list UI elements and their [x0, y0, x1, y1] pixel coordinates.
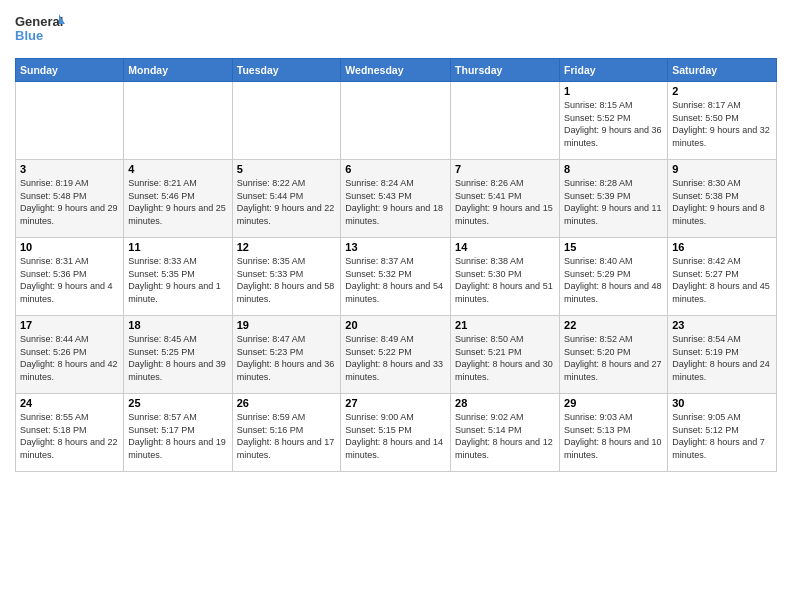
- calendar-week-row: 1Sunrise: 8:15 AM Sunset: 5:52 PM Daylig…: [16, 82, 777, 160]
- calendar-cell: 6Sunrise: 8:24 AM Sunset: 5:43 PM Daylig…: [341, 160, 451, 238]
- calendar-cell: 18Sunrise: 8:45 AM Sunset: 5:25 PM Dayli…: [124, 316, 232, 394]
- calendar-cell: [16, 82, 124, 160]
- calendar-cell: [124, 82, 232, 160]
- calendar-cell: 24Sunrise: 8:55 AM Sunset: 5:18 PM Dayli…: [16, 394, 124, 472]
- day-info: Sunrise: 8:52 AM Sunset: 5:20 PM Dayligh…: [564, 333, 663, 383]
- day-info: Sunrise: 8:38 AM Sunset: 5:30 PM Dayligh…: [455, 255, 555, 305]
- calendar-cell: 4Sunrise: 8:21 AM Sunset: 5:46 PM Daylig…: [124, 160, 232, 238]
- day-number: 6: [345, 163, 446, 175]
- calendar-cell: 17Sunrise: 8:44 AM Sunset: 5:26 PM Dayli…: [16, 316, 124, 394]
- calendar-cell: 3Sunrise: 8:19 AM Sunset: 5:48 PM Daylig…: [16, 160, 124, 238]
- day-number: 1: [564, 85, 663, 97]
- calendar-cell: 26Sunrise: 8:59 AM Sunset: 5:16 PM Dayli…: [232, 394, 341, 472]
- day-info: Sunrise: 8:22 AM Sunset: 5:44 PM Dayligh…: [237, 177, 337, 227]
- day-info: Sunrise: 8:28 AM Sunset: 5:39 PM Dayligh…: [564, 177, 663, 227]
- day-info: Sunrise: 8:54 AM Sunset: 5:19 PM Dayligh…: [672, 333, 772, 383]
- day-number: 12: [237, 241, 337, 253]
- day-number: 9: [672, 163, 772, 175]
- day-number: 24: [20, 397, 119, 409]
- calendar-cell: 21Sunrise: 8:50 AM Sunset: 5:21 PM Dayli…: [451, 316, 560, 394]
- calendar-cell: 7Sunrise: 8:26 AM Sunset: 5:41 PM Daylig…: [451, 160, 560, 238]
- day-number: 15: [564, 241, 663, 253]
- day-number: 3: [20, 163, 119, 175]
- day-number: 17: [20, 319, 119, 331]
- day-info: Sunrise: 8:17 AM Sunset: 5:50 PM Dayligh…: [672, 99, 772, 149]
- calendar-cell: 23Sunrise: 8:54 AM Sunset: 5:19 PM Dayli…: [668, 316, 777, 394]
- calendar-cell: [232, 82, 341, 160]
- day-info: Sunrise: 8:31 AM Sunset: 5:36 PM Dayligh…: [20, 255, 119, 305]
- day-number: 2: [672, 85, 772, 97]
- day-number: 20: [345, 319, 446, 331]
- day-info: Sunrise: 9:00 AM Sunset: 5:15 PM Dayligh…: [345, 411, 446, 461]
- day-number: 14: [455, 241, 555, 253]
- day-number: 18: [128, 319, 227, 331]
- calendar-cell: 2Sunrise: 8:17 AM Sunset: 5:50 PM Daylig…: [668, 82, 777, 160]
- day-info: Sunrise: 8:37 AM Sunset: 5:32 PM Dayligh…: [345, 255, 446, 305]
- calendar-week-row: 10Sunrise: 8:31 AM Sunset: 5:36 PM Dayli…: [16, 238, 777, 316]
- weekday-header: Friday: [560, 59, 668, 82]
- calendar-table: SundayMondayTuesdayWednesdayThursdayFrid…: [15, 58, 777, 472]
- day-number: 28: [455, 397, 555, 409]
- day-info: Sunrise: 8:50 AM Sunset: 5:21 PM Dayligh…: [455, 333, 555, 383]
- day-info: Sunrise: 8:15 AM Sunset: 5:52 PM Dayligh…: [564, 99, 663, 149]
- calendar-cell: 15Sunrise: 8:40 AM Sunset: 5:29 PM Dayli…: [560, 238, 668, 316]
- weekday-header: Thursday: [451, 59, 560, 82]
- weekday-header: Saturday: [668, 59, 777, 82]
- calendar-cell: 16Sunrise: 8:42 AM Sunset: 5:27 PM Dayli…: [668, 238, 777, 316]
- day-number: 25: [128, 397, 227, 409]
- day-number: 22: [564, 319, 663, 331]
- calendar-cell: 29Sunrise: 9:03 AM Sunset: 5:13 PM Dayli…: [560, 394, 668, 472]
- day-info: Sunrise: 8:55 AM Sunset: 5:18 PM Dayligh…: [20, 411, 119, 461]
- calendar-cell: 30Sunrise: 9:05 AM Sunset: 5:12 PM Dayli…: [668, 394, 777, 472]
- calendar-cell: 11Sunrise: 8:33 AM Sunset: 5:35 PM Dayli…: [124, 238, 232, 316]
- calendar-cell: 14Sunrise: 8:38 AM Sunset: 5:30 PM Dayli…: [451, 238, 560, 316]
- calendar-week-row: 17Sunrise: 8:44 AM Sunset: 5:26 PM Dayli…: [16, 316, 777, 394]
- day-info: Sunrise: 8:57 AM Sunset: 5:17 PM Dayligh…: [128, 411, 227, 461]
- weekday-header: Wednesday: [341, 59, 451, 82]
- calendar-cell: 10Sunrise: 8:31 AM Sunset: 5:36 PM Dayli…: [16, 238, 124, 316]
- day-info: Sunrise: 8:45 AM Sunset: 5:25 PM Dayligh…: [128, 333, 227, 383]
- day-number: 11: [128, 241, 227, 253]
- calendar-cell: 22Sunrise: 8:52 AM Sunset: 5:20 PM Dayli…: [560, 316, 668, 394]
- day-info: Sunrise: 8:30 AM Sunset: 5:38 PM Dayligh…: [672, 177, 772, 227]
- day-number: 4: [128, 163, 227, 175]
- day-info: Sunrise: 8:42 AM Sunset: 5:27 PM Dayligh…: [672, 255, 772, 305]
- day-info: Sunrise: 9:02 AM Sunset: 5:14 PM Dayligh…: [455, 411, 555, 461]
- day-number: 29: [564, 397, 663, 409]
- calendar-cell: 19Sunrise: 8:47 AM Sunset: 5:23 PM Dayli…: [232, 316, 341, 394]
- day-info: Sunrise: 8:40 AM Sunset: 5:29 PM Dayligh…: [564, 255, 663, 305]
- day-number: 19: [237, 319, 337, 331]
- calendar-cell: 25Sunrise: 8:57 AM Sunset: 5:17 PM Dayli…: [124, 394, 232, 472]
- weekday-header: Monday: [124, 59, 232, 82]
- day-number: 26: [237, 397, 337, 409]
- logo: General Blue: [15, 10, 65, 50]
- header: General Blue: [15, 10, 777, 50]
- day-number: 5: [237, 163, 337, 175]
- day-info: Sunrise: 8:21 AM Sunset: 5:46 PM Dayligh…: [128, 177, 227, 227]
- calendar-cell: [451, 82, 560, 160]
- calendar-cell: 27Sunrise: 9:00 AM Sunset: 5:15 PM Dayli…: [341, 394, 451, 472]
- day-number: 10: [20, 241, 119, 253]
- calendar-cell: [341, 82, 451, 160]
- day-number: 16: [672, 241, 772, 253]
- day-info: Sunrise: 8:49 AM Sunset: 5:22 PM Dayligh…: [345, 333, 446, 383]
- calendar-cell: 8Sunrise: 8:28 AM Sunset: 5:39 PM Daylig…: [560, 160, 668, 238]
- day-info: Sunrise: 8:33 AM Sunset: 5:35 PM Dayligh…: [128, 255, 227, 305]
- day-info: Sunrise: 8:24 AM Sunset: 5:43 PM Dayligh…: [345, 177, 446, 227]
- calendar-cell: 12Sunrise: 8:35 AM Sunset: 5:33 PM Dayli…: [232, 238, 341, 316]
- calendar-cell: 13Sunrise: 8:37 AM Sunset: 5:32 PM Dayli…: [341, 238, 451, 316]
- calendar-cell: 1Sunrise: 8:15 AM Sunset: 5:52 PM Daylig…: [560, 82, 668, 160]
- calendar-cell: 5Sunrise: 8:22 AM Sunset: 5:44 PM Daylig…: [232, 160, 341, 238]
- day-info: Sunrise: 9:05 AM Sunset: 5:12 PM Dayligh…: [672, 411, 772, 461]
- calendar-cell: 9Sunrise: 8:30 AM Sunset: 5:38 PM Daylig…: [668, 160, 777, 238]
- day-info: Sunrise: 8:19 AM Sunset: 5:48 PM Dayligh…: [20, 177, 119, 227]
- calendar-week-row: 24Sunrise: 8:55 AM Sunset: 5:18 PM Dayli…: [16, 394, 777, 472]
- day-info: Sunrise: 8:59 AM Sunset: 5:16 PM Dayligh…: [237, 411, 337, 461]
- day-info: Sunrise: 8:26 AM Sunset: 5:41 PM Dayligh…: [455, 177, 555, 227]
- weekday-header-row: SundayMondayTuesdayWednesdayThursdayFrid…: [16, 59, 777, 82]
- day-number: 30: [672, 397, 772, 409]
- day-info: Sunrise: 9:03 AM Sunset: 5:13 PM Dayligh…: [564, 411, 663, 461]
- svg-text:Blue: Blue: [15, 28, 43, 43]
- page: General Blue SundayMondayTuesdayWednesda…: [0, 0, 792, 612]
- day-number: 21: [455, 319, 555, 331]
